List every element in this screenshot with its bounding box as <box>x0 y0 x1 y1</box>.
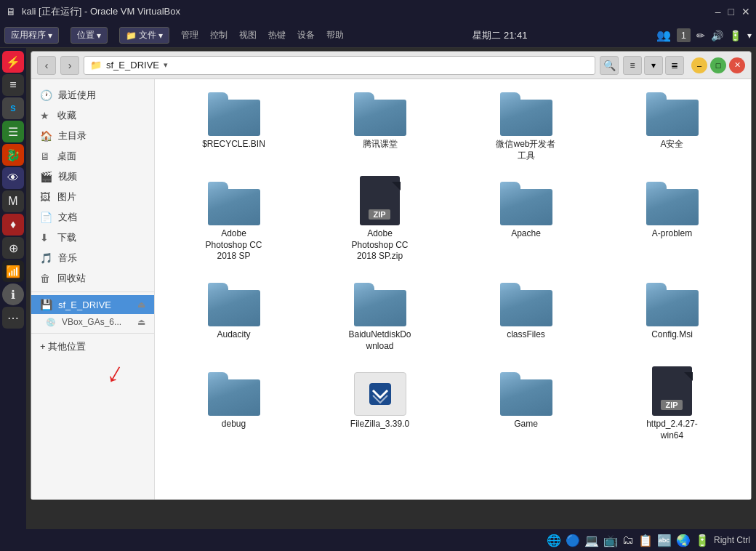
sidebar-item-vbox[interactable]: 💿 VBox_GAs_6... ⏏ <box>31 314 154 330</box>
sidebar-item-favorites[interactable]: ★ 收藏 <box>31 105 154 126</box>
path-label: sf_E_DRIVE <box>106 60 159 71</box>
filezilla-svg <box>366 379 395 409</box>
file-label-classfiles: classFiles <box>507 329 545 341</box>
file-item-configmsi[interactable]: Config.Msi <box>602 278 742 356</box>
file-item-game[interactable]: Game <box>456 368 596 446</box>
dock-icon-4[interactable]: 🐉 <box>2 144 24 166</box>
menu-view[interactable]: 视图 <box>239 29 257 41</box>
view-dropdown-button[interactable]: ▾ <box>644 56 663 75</box>
file-item-tencent[interactable]: 腾讯课堂 <box>310 88 450 166</box>
dock-icon-11[interactable]: ⋯ <box>2 307 24 329</box>
folder-icon-asecurity <box>646 92 699 136</box>
sidebar-item-docs[interactable]: 📄 文档 <box>31 207 154 228</box>
sidebar-item-videos[interactable]: 🎬 视频 <box>31 166 154 187</box>
minimize-button[interactable]: – <box>715 6 721 17</box>
menu-devices[interactable]: 设备 <box>297 29 315 41</box>
taskbar-icon-2[interactable]: 💻 <box>584 534 599 547</box>
menu-manage[interactable]: 管理 <box>181 29 198 41</box>
dock-icon-0[interactable]: ⚡ <box>2 51 24 73</box>
menu-help[interactable]: 帮助 <box>326 29 344 41</box>
dock-icon-6[interactable]: M <box>2 190 24 212</box>
file-item-ps-zip[interactable]: ZIP Adobe Photoshop CC 2018 SP.zip <box>310 177 450 267</box>
taskbar-icon-8[interactable]: 🔋 <box>695 534 709 547</box>
file-item-asecurity[interactable]: A安全 <box>602 88 742 166</box>
taskbar-icon-5[interactable]: 📋 <box>638 534 653 547</box>
wm-maximize-button[interactable]: □ <box>710 57 726 73</box>
file-label-tencent: 腾讯课堂 <box>363 139 398 150</box>
file-item-httpd[interactable]: ZIP httpd_2.4.27-win64 <box>602 368 742 446</box>
taskbar-icon-7[interactable]: 🌏 <box>676 534 691 547</box>
search-button[interactable]: 🔍 <box>600 56 619 75</box>
dock-icon-3[interactable]: ☰ <box>2 121 24 142</box>
eject-vbox-icon[interactable]: ⏏ <box>137 317 145 327</box>
zip-icon-httpd: ZIP <box>646 372 699 416</box>
docs-icon: 📄 <box>40 212 52 223</box>
kali-taskbar-bottom: 🌐 🔵 💻 📺 🗂 📋 🔤 🌏 🔋 Right Ctrl <box>0 529 756 551</box>
file-item-audacity[interactable]: Audacity <box>164 278 304 356</box>
taskbar-icon-3[interactable]: 📺 <box>603 534 618 547</box>
file-label-ps: Adobe Photoshop CC 2018 SP <box>201 228 267 262</box>
workspace-indicator[interactable]: 1 <box>677 28 691 42</box>
sidebar-item-home[interactable]: 🏠 主目录 <box>31 126 154 146</box>
sidebar-divider-2 <box>31 333 154 334</box>
file-button[interactable]: 📁 文件 ▾ <box>119 27 169 44</box>
folder-icon-game <box>500 372 552 416</box>
dock-icon-8[interactable]: ⊕ <box>2 237 24 259</box>
maximize-button[interactable]: □ <box>728 6 734 17</box>
file-icon-small: 📁 <box>126 31 137 41</box>
dock-icon-9[interactable]: 📶 <box>2 260 24 282</box>
file-item-apache[interactable]: Apache <box>456 177 596 267</box>
sidebar-item-trash[interactable]: 🗑 回收站 <box>31 268 154 289</box>
sidebar-item-music[interactable]: 🎵 音乐 <box>31 248 154 268</box>
view-buttons: ≡ ▾ ≣ <box>623 56 684 75</box>
sidebar-item-downloads[interactable]: ⬇ 下载 <box>31 228 154 248</box>
view-grid-button[interactable]: ≣ <box>665 56 684 75</box>
file-item-wechat[interactable]: 微信web开发者工具 <box>456 88 596 166</box>
close-button[interactable]: ✕ <box>741 6 750 17</box>
view-list-button[interactable]: ≡ <box>623 56 642 75</box>
dock-icon-1[interactable]: ≡ <box>2 74 24 96</box>
sidebar-item-other[interactable]: + 其他位置 <box>31 337 154 357</box>
app-menu-button[interactable]: 应用程序 ▾ <box>4 27 59 44</box>
file-item-baidu[interactable]: BaiduNetdiskDownload <box>310 278 450 356</box>
taskbar-icon-6[interactable]: 🔤 <box>657 534 672 547</box>
dropdown-arrow[interactable]: ▾ <box>747 31 752 41</box>
taskbar-icon-4[interactable]: 🗂 <box>622 534 634 547</box>
desktop-icon: 🖥 <box>40 150 52 162</box>
menu-hotkeys[interactable]: 热键 <box>268 29 286 41</box>
sidebar-item-recent[interactable]: 🕐 最近使用 <box>31 85 154 105</box>
file-item-aproblem[interactable]: A-problem <box>602 177 742 267</box>
dock-icon-7[interactable]: ♦ <box>2 214 24 236</box>
wm-minimize-button[interactable]: – <box>691 57 707 73</box>
sidebar-item-pictures[interactable]: 🖼 图片 <box>31 187 154 207</box>
file-item-ps-folder[interactable]: Adobe Photoshop CC 2018 SP <box>164 177 304 267</box>
file-label-debug: debug <box>222 419 246 430</box>
sidebar-item-desktop[interactable]: 🖥 桌面 <box>31 146 154 166</box>
file-item-filezilla[interactable]: FileZilla_3.39.0 <box>310 368 450 446</box>
back-button[interactable]: ‹ <box>37 56 56 75</box>
dock-icon-10[interactable]: ℹ <box>2 283 24 305</box>
file-item-classfiles[interactable]: classFiles <box>456 278 596 356</box>
dock-icon-2[interactable]: S <box>2 97 24 119</box>
folder-icon-configmsi <box>646 283 699 326</box>
path-dropdown-icon[interactable]: ▾ <box>164 60 168 70</box>
menu-control[interactable]: 控制 <box>210 29 228 41</box>
sidebar-item-sf-drive[interactable]: 💾 sf_E_DRIVE ⏏ <box>31 295 154 314</box>
file-item-debug[interactable]: debug <box>164 368 304 446</box>
trash-icon: 🗑 <box>40 273 52 284</box>
zip-icon-ps: ZIP <box>354 182 406 225</box>
forward-button[interactable]: › <box>60 56 79 75</box>
recent-icon: 🕐 <box>40 89 52 101</box>
location-button[interactable]: 位置 ▾ <box>71 27 108 44</box>
dock-icon-5[interactable]: 👁 <box>2 167 24 189</box>
sidebar-music-label: 音乐 <box>58 252 77 265</box>
taskbar-icon-1[interactable]: 🔵 <box>566 534 580 547</box>
file-item-recycle[interactable]: $RECYCLE.BIN <box>164 88 304 166</box>
wm-close-button[interactable]: ✕ <box>729 57 745 73</box>
taskbar-icon-0[interactable]: 🌐 <box>547 534 561 547</box>
fm-toolbar: ‹ › 📁 sf_E_DRIVE ▾ 🔍 ≡ ▾ ≣ – □ ✕ <box>31 52 751 79</box>
volume-icon[interactable]: 🔊 <box>711 30 723 41</box>
path-bar[interactable]: 📁 sf_E_DRIVE ▾ <box>84 56 595 75</box>
window-controls: – □ ✕ <box>691 57 745 73</box>
eject-sf-icon[interactable]: ⏏ <box>137 299 145 310</box>
